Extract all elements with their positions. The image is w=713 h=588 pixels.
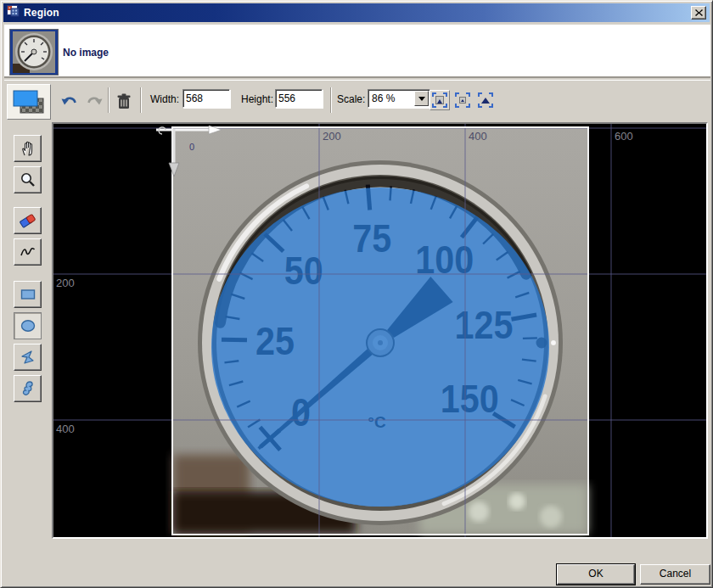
close-icon bbox=[695, 9, 703, 16]
chevron-down-icon[interactable] bbox=[414, 91, 429, 106]
magnifier-icon bbox=[20, 171, 36, 188]
scale-value: 86 % bbox=[368, 92, 414, 104]
grid-label: 600 bbox=[615, 130, 633, 143]
width-input[interactable] bbox=[182, 89, 230, 108]
titlebar[interactable]: Region bbox=[3, 3, 710, 22]
delete-button[interactable] bbox=[113, 90, 135, 112]
region-dialog: Region No image bbox=[0, 0, 713, 588]
cancel-button[interactable]: Cancel bbox=[640, 564, 710, 585]
tool-ellipse[interactable] bbox=[14, 312, 42, 339]
undo-arrow-icon bbox=[61, 93, 78, 109]
undo-button[interactable] bbox=[59, 90, 81, 112]
separator bbox=[140, 87, 142, 113]
tool-eraser[interactable] bbox=[14, 207, 42, 234]
close-button[interactable] bbox=[691, 6, 706, 20]
tool-zoom[interactable] bbox=[14, 166, 42, 193]
fill-style-swatch bbox=[12, 88, 46, 115]
ok-button[interactable]: OK bbox=[557, 564, 635, 585]
polygon-icon bbox=[20, 350, 36, 365]
redo-button[interactable] bbox=[83, 90, 105, 112]
window-title: Region bbox=[24, 7, 59, 19]
grid-label: 400 bbox=[56, 423, 75, 435]
tool-freehand-line[interactable] bbox=[14, 238, 42, 266]
gauge-thumbnail bbox=[9, 29, 59, 76]
scale-to-fit-icon bbox=[432, 92, 447, 108]
separator bbox=[108, 87, 109, 113]
region-canvas[interactable]: 0255075100125150°C2004006002004000 bbox=[52, 122, 708, 539]
width-label: Width: bbox=[150, 93, 179, 105]
grid-label: 200 bbox=[323, 130, 341, 143]
fit-selection-button[interactable] bbox=[475, 90, 496, 110]
height-input[interactable] bbox=[275, 89, 323, 108]
tool-polygon[interactable] bbox=[14, 344, 42, 371]
squiggle-icon bbox=[20, 244, 36, 260]
tool-freeform[interactable] bbox=[14, 375, 42, 402]
scale-label: Scale: bbox=[337, 93, 365, 105]
scale-to-fit-button[interactable] bbox=[429, 90, 450, 110]
redo-arrow-icon bbox=[86, 93, 103, 109]
height-label: Height: bbox=[241, 93, 273, 105]
grid-label: 200 bbox=[56, 277, 75, 289]
tool-pan[interactable] bbox=[14, 135, 42, 162]
fill-style-button[interactable] bbox=[7, 84, 51, 120]
actual-size-button[interactable] bbox=[452, 90, 473, 110]
freeform-icon bbox=[20, 380, 36, 397]
grid-label: 400 bbox=[469, 130, 487, 143]
hand-icon bbox=[20, 140, 36, 157]
tool-rectangle[interactable] bbox=[14, 281, 42, 308]
ellipse-icon bbox=[20, 318, 36, 333]
form-icon bbox=[7, 5, 20, 20]
scale-combobox[interactable]: 86 % bbox=[368, 89, 430, 108]
selection-ellipse[interactable] bbox=[211, 188, 549, 507]
separator bbox=[330, 87, 332, 113]
toolbar: Width: Height: Scale: 86 % bbox=[4, 80, 710, 122]
eraser-icon bbox=[19, 212, 37, 229]
fit-selection-icon bbox=[478, 92, 493, 108]
status-text: No image bbox=[63, 47, 109, 59]
origin-label: 0 bbox=[189, 142, 194, 152]
preview-panel: No image bbox=[4, 25, 710, 78]
rectangle-icon bbox=[20, 288, 36, 301]
actual-size-icon bbox=[455, 92, 470, 108]
trash-icon bbox=[117, 93, 131, 109]
